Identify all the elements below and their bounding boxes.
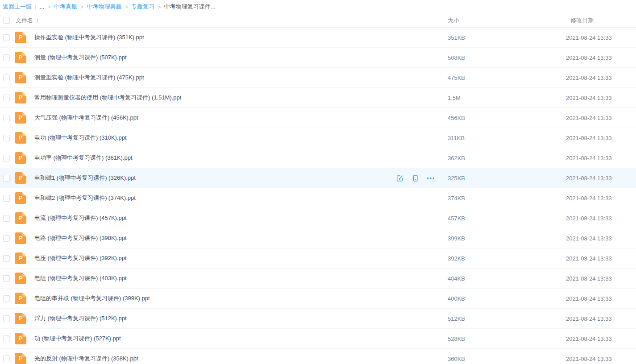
ppt-file-icon: P bbox=[15, 72, 26, 83]
file-name-link[interactable]: 大气压强 (物理中考复习课件) (456K).ppt bbox=[34, 114, 138, 122]
row-checkbox[interactable] bbox=[3, 215, 10, 222]
file-row[interactable]: P 电路 (物理中考复习课件) (398K).ppt 399KB 2021-08… bbox=[0, 228, 636, 248]
file-date: 2021-08-24 13:33 bbox=[566, 34, 612, 41]
row-checkbox[interactable] bbox=[3, 34, 10, 41]
file-date: 2021-08-24 13:33 bbox=[566, 175, 612, 182]
row-checkbox[interactable] bbox=[3, 356, 10, 362]
breadcrumb-link-physics-exam[interactable]: 中考物理真题 bbox=[87, 3, 121, 11]
file-name-link[interactable]: 电压 (物理中考复习课件) (392K).ppt bbox=[34, 254, 127, 262]
breadcrumb-separator: > bbox=[80, 4, 84, 10]
ppt-file-icon: P bbox=[15, 92, 26, 103]
ppt-letter: P bbox=[19, 275, 23, 281]
file-row[interactable]: P 电压 (物理中考复习课件) (392K).ppt 392KB 2021-08… bbox=[0, 248, 636, 269]
file-name-link[interactable]: 电和磁2 (物理中考复习课件) (374K).ppt bbox=[34, 194, 136, 202]
breadcrumb-link-exam[interactable]: 中考真题 bbox=[54, 3, 77, 11]
ppt-letter: P bbox=[19, 155, 23, 161]
file-row[interactable]: P 电阻的串并联 (物理中考复习课件) (399K).ppt 400KB 202… bbox=[0, 289, 636, 309]
breadcrumb-current-folder: 中考物理复习课件... bbox=[164, 3, 216, 11]
file-row[interactable]: P 操作型实验 (物理中考复习课件) (351K).ppt 351KB 2021… bbox=[0, 28, 636, 48]
ppt-letter: P bbox=[19, 235, 23, 241]
ppt-file-icon: P bbox=[15, 273, 26, 284]
ppt-letter: P bbox=[19, 195, 23, 201]
ppt-letter: P bbox=[19, 356, 23, 361]
rename-icon[interactable] bbox=[395, 174, 403, 182]
file-size: 1.5M bbox=[448, 95, 461, 101]
row-checkbox[interactable] bbox=[3, 155, 10, 161]
row-checkbox[interactable] bbox=[3, 115, 10, 121]
file-row[interactable]: P 大气压强 (物理中考复习课件) (456K).ppt 456KB 2021-… bbox=[0, 108, 636, 128]
row-checkbox[interactable] bbox=[3, 335, 10, 342]
file-name-link[interactable]: 功 (物理中考复习课件) (527K).ppt bbox=[34, 335, 121, 343]
row-checkbox[interactable] bbox=[3, 255, 10, 262]
file-date: 2021-08-24 13:33 bbox=[566, 135, 612, 141]
row-checkbox[interactable] bbox=[3, 275, 10, 282]
file-name-link[interactable]: 电流 (物理中考复习课件) (457K).ppt bbox=[34, 214, 127, 222]
file-name-link[interactable]: 操作型实验 (物理中考复习课件) (351K).ppt bbox=[34, 33, 144, 41]
file-row[interactable]: P 功 (物理中考复习课件) (527K).ppt 528KB 2021-08-… bbox=[0, 329, 636, 349]
row-checkbox[interactable] bbox=[3, 54, 10, 61]
more-actions-icon[interactable] bbox=[427, 174, 435, 182]
ppt-letter: P bbox=[19, 115, 23, 120]
file-row[interactable]: P 光的反射 (物理中考复习课件) (358K).ppt 360KB 2021-… bbox=[0, 349, 636, 364]
row-checkbox[interactable] bbox=[3, 315, 10, 322]
breadcrumb-back-link[interactable]: 返回上一级 bbox=[3, 3, 32, 11]
breadcrumb-ellipsis[interactable]: ... bbox=[39, 4, 44, 10]
file-row[interactable]: P 电和磁2 (物理中考复习课件) (374K).ppt 374KB 2021-… bbox=[0, 188, 636, 208]
ppt-file-icon: P bbox=[15, 232, 26, 244]
file-date: 2021-08-24 13:33 bbox=[566, 215, 612, 222]
row-checkbox[interactable] bbox=[3, 74, 10, 81]
file-size: 374KB bbox=[448, 195, 465, 202]
file-list: P 操作型实验 (物理中考复习课件) (351K).ppt 351KB 2021… bbox=[0, 28, 636, 364]
column-header-filename[interactable]: 文件名 bbox=[16, 17, 33, 25]
file-row[interactable]: P 电阻 (物理中考复习课件) (403K).ppt 404KB 2021-08… bbox=[0, 269, 636, 289]
ppt-letter: P bbox=[19, 335, 23, 341]
ppt-letter: P bbox=[19, 215, 23, 221]
ppt-file-icon: P bbox=[15, 333, 26, 344]
file-row[interactable]: P 测量型实验 (物理中考复习课件) (475K).ppt 475KB 2021… bbox=[0, 68, 636, 88]
breadcrumb-link-topic-review[interactable]: 专题复习 bbox=[131, 3, 154, 11]
file-row[interactable]: P 电功 (物理中考复习课件) (310K).ppt 311KB 2021-08… bbox=[0, 128, 636, 148]
select-all-checkbox[interactable] bbox=[3, 17, 10, 24]
file-name-link[interactable]: 电功率 (物理中考复习课件) (361K).ppt bbox=[34, 154, 133, 162]
row-checkbox[interactable] bbox=[3, 95, 10, 101]
file-date: 2021-08-24 13:33 bbox=[566, 155, 612, 161]
file-name-link[interactable]: 电功 (物理中考复习课件) (310K).ppt bbox=[34, 134, 127, 142]
file-row[interactable]: P 常用物理测量仪器的使用 (物理中考复习课件) (1.51M).ppt 1.5… bbox=[0, 88, 636, 108]
file-size: 512KB bbox=[448, 315, 465, 322]
file-row[interactable]: P 浮力 (物理中考复习课件) (512K).ppt 512KB 2021-08… bbox=[0, 309, 636, 329]
ppt-file-icon: P bbox=[15, 353, 26, 364]
file-size: 311KB bbox=[448, 135, 465, 141]
file-date: 2021-08-24 13:33 bbox=[566, 195, 612, 202]
file-row[interactable]: P 电功率 (物理中考复习课件) (361K).ppt 362KB 2021-0… bbox=[0, 148, 636, 168]
file-date: 2021-08-24 13:33 bbox=[566, 275, 612, 282]
save-to-phone-icon[interactable] bbox=[411, 174, 419, 182]
ppt-file-icon: P bbox=[15, 252, 26, 264]
file-list-header: 文件名 ↑ 大小 修改日期 bbox=[0, 13, 636, 28]
file-name-link[interactable]: 电阻的串并联 (物理中考复习课件) (399K).ppt bbox=[34, 294, 150, 302]
ppt-letter: P bbox=[19, 34, 23, 40]
row-checkbox[interactable] bbox=[3, 135, 10, 141]
column-header-size[interactable]: 大小 bbox=[448, 17, 459, 25]
breadcrumb-separator: > bbox=[47, 4, 51, 10]
row-actions bbox=[395, 168, 435, 188]
file-name-link[interactable]: 电路 (物理中考复习课件) (398K).ppt bbox=[34, 234, 127, 242]
file-name-link[interactable]: 电阻 (物理中考复习课件) (403K).ppt bbox=[34, 274, 127, 282]
file-name-link[interactable]: 浮力 (物理中考复习课件) (512K).ppt bbox=[34, 314, 127, 323]
file-name-link[interactable]: 电和磁1 (物理中考复习课件) (326K).ppt bbox=[34, 174, 136, 182]
file-name-link[interactable]: 常用物理测量仪器的使用 (物理中考复习课件) (1.51M).ppt bbox=[34, 94, 181, 102]
row-checkbox[interactable] bbox=[3, 235, 10, 242]
row-checkbox[interactable] bbox=[3, 175, 10, 182]
file-name-link[interactable]: 测量 (物理中考复习课件) (507K).ppt bbox=[34, 54, 127, 62]
file-date: 2021-08-24 13:33 bbox=[566, 74, 612, 81]
file-row[interactable]: P 电流 (物理中考复习课件) (457K).ppt 457KB 2021-08… bbox=[0, 208, 636, 228]
sort-ascending-icon[interactable]: ↑ bbox=[36, 17, 39, 24]
file-date: 2021-08-24 13:33 bbox=[566, 315, 612, 322]
column-header-date[interactable]: 修改日期 bbox=[570, 17, 594, 25]
file-name-link[interactable]: 测量型实验 (物理中考复习课件) (475K).ppt bbox=[34, 74, 144, 82]
file-row[interactable]: P 电和磁1 (物理中考复习课件) (326K).ppt bbox=[0, 168, 636, 188]
row-checkbox[interactable] bbox=[3, 195, 10, 202]
file-row[interactable]: P 测量 (物理中考复习课件) (507K).ppt 508KB 2021-08… bbox=[0, 48, 636, 68]
file-name-link[interactable]: 光的反射 (物理中考复习课件) (358K).ppt bbox=[34, 355, 138, 363]
ppt-letter: P bbox=[19, 295, 23, 301]
row-checkbox[interactable] bbox=[3, 295, 10, 302]
